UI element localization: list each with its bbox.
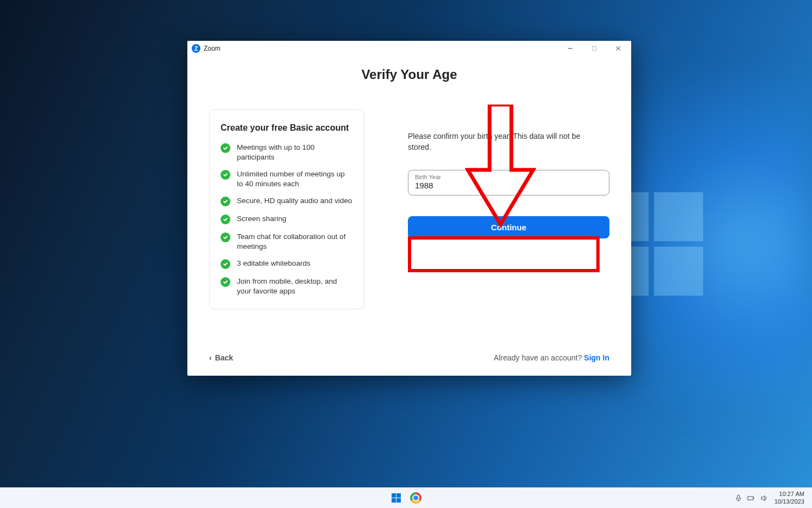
feature-text: Team chat for collaboration out of meeti… [237,232,353,251]
feature-text: Screen sharing [237,214,286,224]
instruction-text: Please confirm your birth year. This dat… [408,131,582,152]
check-icon [221,143,230,153]
mic-icon [735,494,742,502]
check-icon [221,197,230,206]
feature-item: Screen sharing [221,214,353,224]
birth-year-label: Birth Year [415,174,602,180]
window-title: Zoom [204,45,221,52]
close-button[interactable] [606,41,630,56]
check-icon [221,215,230,224]
maximize-button[interactable] [582,41,606,56]
titlebar: Z Zoom [187,41,631,56]
feature-text: Join from mobile, desktop, and your favo… [237,277,353,296]
sign-in-link[interactable]: Sign In [584,353,609,362]
chrome-taskbar-button[interactable] [408,491,424,506]
taskbar[interactable]: 10:27 AM 10/13/2023 [0,487,812,508]
zoom-icon: Z [192,44,200,53]
minimize-button[interactable] [558,41,582,56]
birth-year-field[interactable]: Birth Year [408,170,609,195]
start-button[interactable] [389,491,404,506]
continue-button[interactable]: Continue [408,216,609,238]
age-form: Please confirm your birth year. This dat… [408,109,609,353]
feature-card-title: Create your free Basic account [221,123,353,133]
check-icon [221,277,230,287]
zoom-window: Z Zoom Verify Your Age Create your free … [187,41,631,376]
feature-text: Unlimited number of meetings up to 40 mi… [237,169,353,188]
check-icon [221,232,230,242]
svg-rect-1 [593,47,596,51]
back-label: Back [215,353,233,362]
date-text: 10/13/2023 [774,498,804,505]
feature-card: Create your free Basic account Meetings … [209,109,364,309]
feature-text: 3 editable whiteboards [237,259,310,268]
windows-icon [392,493,401,503]
feature-text: Secure, HD quality audio and video [237,196,352,206]
feature-item: Unlimited number of meetings up to 40 mi… [221,169,353,188]
speaker-icon [760,494,768,502]
desktop-wallpaper: Z Zoom Verify Your Age Create your free … [0,0,812,487]
svg-rect-6 [753,498,754,499]
feature-item: Secure, HD quality audio and video [221,196,353,206]
feature-item: Meetings with up to 100 participants [221,143,353,162]
chevron-left-icon: ‹ [209,353,212,362]
time-text: 10:27 AM [774,491,804,498]
feature-text: Meetings with up to 100 participants [237,143,353,162]
svg-rect-4 [737,495,740,499]
feature-item: Join from mobile, desktop, and your favo… [221,277,353,296]
clock[interactable]: 10:27 AM 10/13/2023 [774,491,804,505]
check-icon [221,170,230,180]
feature-item: Team chat for collaboration out of meeti… [221,232,353,251]
birth-year-input[interactable] [415,181,602,190]
battery-icon [747,494,755,502]
window-body: Verify Your Age Create your free Basic a… [187,56,631,376]
chrome-icon [410,492,422,504]
sign-in-prompt: Already have an account? Sign In [494,353,609,362]
back-button[interactable]: ‹ Back [209,353,233,362]
system-tray[interactable] [735,494,768,502]
already-text: Already have an account? [494,353,584,362]
svg-rect-5 [748,497,753,500]
check-icon [221,259,230,269]
page-title: Verify Your Age [209,67,609,82]
feature-item: 3 editable whiteboards [221,259,353,269]
